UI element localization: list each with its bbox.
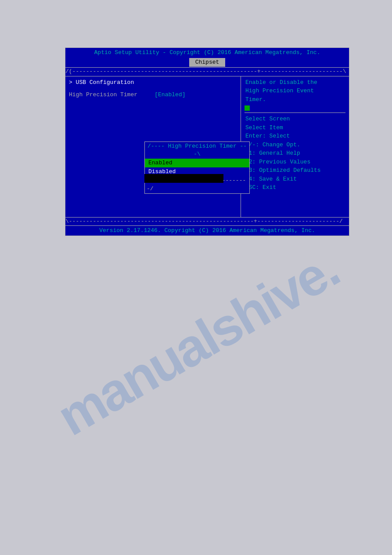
shortcut-f2: F2: Previous Values: [245, 158, 345, 167]
shortcut-enter: Enter: Select: [245, 132, 345, 141]
right-panel: Enable or Disable the High Precision Eve…: [241, 76, 349, 217]
shortcut-f1: F1: General Help: [245, 149, 345, 158]
high-precision-value: [Enabled]: [155, 91, 185, 99]
black-box: [144, 174, 223, 183]
header-title: Aptio Setup Utility - Copyright (C) 2016…: [94, 49, 320, 56]
right-panel-divider: [245, 112, 345, 113]
shortcut-f3: F3: Optimized Defaults: [245, 166, 345, 175]
chipset-tab[interactable]: Chipset: [189, 58, 226, 67]
watermark-text: manualshive.: [47, 238, 348, 447]
usb-configuration-item[interactable]: > USB Configuration: [65, 78, 241, 87]
bottom-divider: \---------------------------------------…: [65, 217, 349, 225]
high-precision-timer-row[interactable]: High Precision Timer [Enabled]: [65, 91, 241, 99]
dropdown-title: /---- High Precision Timer ---\: [145, 142, 249, 159]
dropdown-option-enabled[interactable]: Enabled: [145, 159, 249, 167]
footer-text: Version 2.17.1246. Copyright (C) 2016 Am…: [99, 227, 315, 234]
dropdown-title-text: /---- High Precision Timer ---\: [147, 143, 247, 157]
tab-bar: Chipset: [65, 58, 349, 67]
bios-screen: Aptio Setup Utility - Copyright (C) 2016…: [65, 47, 349, 236]
usb-config-label: > USB Configuration: [69, 79, 134, 86]
green-cursor: [245, 105, 250, 111]
shortcut-select-screen: Select Screen: [245, 115, 345, 123]
help-line2: High Precision Event: [245, 87, 345, 95]
bios-footer: Version 2.17.1246. Copyright (C) 2016 Am…: [65, 225, 349, 236]
help-line1: Enable or Disable the: [245, 78, 345, 87]
watermark: manualshive.: [44, 211, 351, 475]
shortcut-change-opt: +/-: Change Opt.: [245, 141, 345, 149]
shortcut-f4: F4: Save & Exit: [245, 175, 345, 184]
high-precision-label: High Precision Timer: [69, 91, 137, 99]
shortcut-esc: ESC: Exit: [245, 183, 345, 192]
top-divider: /(--------------------------------------…: [65, 67, 349, 76]
dropdown-popup: /---- High Precision Timer ---\ Enabled …: [144, 141, 250, 194]
bios-header: Aptio Setup Utility - Copyright (C) 2016…: [65, 48, 349, 58]
left-panel: > USB Configuration High Precision Timer…: [65, 76, 241, 217]
shortcut-select-item: Select Item: [245, 123, 345, 132]
help-text: Enable or Disable the High Precision Eve…: [245, 78, 345, 104]
help-line3: Timer.: [245, 95, 345, 104]
shortcuts-panel: Select Screen Select Item Enter: Select …: [245, 115, 345, 192]
bios-body: > USB Configuration High Precision Timer…: [65, 76, 349, 217]
